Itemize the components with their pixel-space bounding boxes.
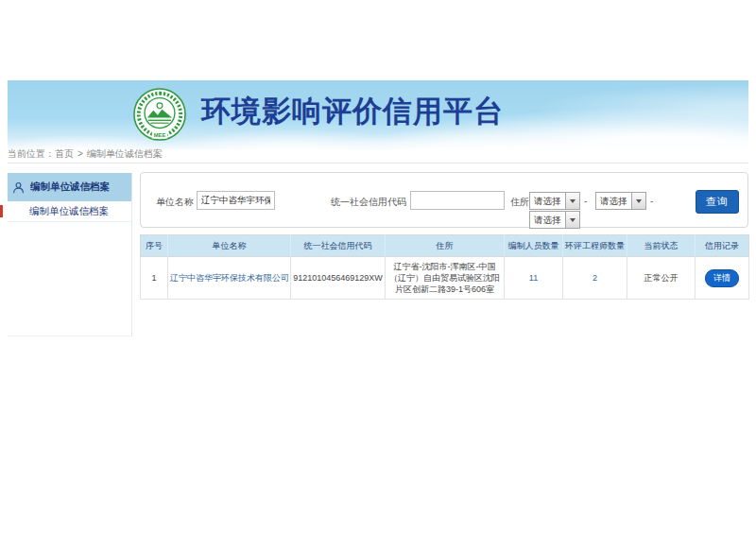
- address-province-select-value: 请选择: [530, 193, 565, 209]
- chevron-down-icon: [565, 212, 579, 228]
- sidebar-header-label: 编制单位诚信档案: [30, 181, 110, 194]
- staff-count-link[interactable]: 11: [529, 273, 538, 283]
- sidebar-item-credit-archive[interactable]: 编制单位诚信档案: [8, 201, 131, 222]
- breadcrumb-prefix: 当前位置：: [8, 148, 55, 159]
- column-header-engineer-count: 环评工程师数量: [563, 235, 627, 257]
- company-name-input[interactable]: [197, 191, 275, 210]
- address-separator: -: [650, 196, 653, 206]
- credit-code-value: 9121010456469129XW: [291, 257, 386, 300]
- address-separator: -: [584, 196, 587, 206]
- address-province-select[interactable]: 请选择: [529, 192, 580, 210]
- breadcrumb-current: 编制单位诚信档案: [87, 148, 163, 159]
- table-row: 1 辽宁中咨华宇环保技术有限公司 9121010456469129XW 辽宁省-…: [141, 257, 749, 300]
- query-button[interactable]: 查询: [696, 190, 739, 214]
- address-district-select-value: 请选择: [530, 212, 565, 228]
- sidebar-item-label: 编制单位诚信档案: [29, 205, 109, 216]
- column-header-credit-record: 信用记录: [696, 235, 749, 257]
- column-header-company-name: 单位名称: [168, 235, 291, 257]
- status-value: 正常公开: [627, 257, 696, 300]
- credit-code-input[interactable]: [410, 191, 505, 210]
- detail-button[interactable]: 详情: [705, 269, 739, 287]
- column-header-credit-code: 统一社会信用代码: [291, 235, 386, 257]
- active-item-marker: [0, 205, 3, 217]
- column-header-status: 当前状态: [627, 235, 696, 257]
- credit-code-label: 统一社会信用代码：: [331, 196, 416, 209]
- address-district-select[interactable]: 请选择: [529, 211, 580, 229]
- address-city-select-value: 请选择: [596, 193, 631, 209]
- column-header-index: 序号: [141, 235, 168, 257]
- sidebar: 编制单位诚信档案 编制单位诚信档案: [8, 173, 132, 336]
- engineer-count-link[interactable]: 2: [593, 273, 597, 283]
- site-banner: MEE 环境影响评价信用平台: [8, 80, 748, 149]
- company-name-link[interactable]: 辽宁中咨华宇环保技术有限公司: [170, 273, 289, 283]
- person-icon: [12, 181, 25, 194]
- table-header-row: 序号 单位名称 统一社会信用代码 住所 编制人员数量 环评工程师数量 当前状态 …: [141, 235, 749, 257]
- svg-text:MEE: MEE: [154, 132, 166, 138]
- mee-logo-icon: MEE: [132, 87, 187, 142]
- search-panel: 单位名称： 统一社会信用代码： 住所： 请选择 - 请选择 - 请选择 查询: [140, 172, 748, 228]
- column-header-address: 住所: [386, 235, 505, 257]
- row-index: 1: [141, 257, 168, 300]
- site-title: 环境影响评价信用平台: [201, 92, 504, 131]
- sidebar-header: 编制单位诚信档案: [8, 173, 131, 201]
- chevron-down-icon: [565, 193, 579, 209]
- chevron-down-icon: [631, 193, 645, 209]
- address-city-select[interactable]: 请选择: [595, 192, 646, 210]
- breadcrumb: 当前位置：首页>编制单位诚信档案: [8, 146, 748, 164]
- breadcrumb-separator-icon: >: [77, 148, 83, 159]
- results-table: 序号 单位名称 统一社会信用代码 住所 编制人员数量 环评工程师数量 当前状态 …: [140, 234, 749, 300]
- column-header-staff-count: 编制人员数量: [505, 235, 563, 257]
- breadcrumb-home-link[interactable]: 首页: [55, 148, 74, 159]
- address-value: 辽宁省-沈阳市-浑南区-中国（辽宁）自由贸易试验区沈阳片区创新二路39-1号60…: [386, 257, 505, 300]
- page: MEE 环境影响评价信用平台 当前位置：首页>编制单位诚信档案 编制单位诚信档案…: [0, 0, 756, 534]
